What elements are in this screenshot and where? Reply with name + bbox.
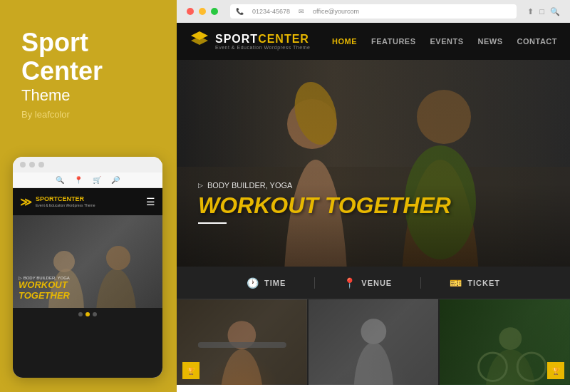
mobile-dots [13,157,162,172]
browser-dot-red[interactable] [187,8,194,15]
mobile-zoom-icon: 🔎 [111,176,120,184]
gallery-badge-1: 🏆 [182,362,200,379]
info-time[interactable]: 🕐 TIME [218,277,315,289]
gallery-item-1[interactable]: 🏆 [177,299,309,385]
gallery-item-3[interactable]: 🏆 [440,299,570,385]
by-line: By leafcolor [21,109,155,120]
share-icon[interactable]: ⬆ [527,7,534,16]
gallery-row: 🏆 [177,299,570,385]
ticket-label: TICKET [467,279,500,287]
mobile-dot-yellow [29,162,35,167]
phone-icon: 📞 [236,8,244,15]
svg-point-24 [499,327,522,350]
mobile-logo-subtitle: Event & Education Wordpress Theme [36,203,95,207]
info-ticket[interactable]: 🎫 TICKET [421,277,529,289]
nav-features[interactable]: FEATURES [371,37,415,46]
hero-title: WORKOUT TOGETHER [198,194,451,217]
mobile-logo-chevron-icon: ≫ [20,195,32,209]
mobile-hero-tag: ▷ BODY BUILDER, YOGA [19,275,70,280]
nav-news[interactable]: NEWS [478,37,503,46]
email-icon: ✉ [299,8,304,15]
nav-events[interactable]: EVENTS [430,37,464,46]
svg-point-3 [106,246,130,270]
mobile-cart-icon: 🛒 [93,176,101,184]
svg-point-1 [53,251,75,272]
venue-label: VENUE [361,279,392,287]
svg-marker-5 [191,36,208,45]
mobile-hero: ▷ BODY BUILDER, YOGA WORKOUT TOGETHER [13,215,162,308]
mobile-dot-red [20,162,26,167]
time-label: TIME [264,279,286,287]
mobile-header: ≫ SPORTCENTER Event & Education Wordpres… [13,188,162,215]
mobile-hero-text-overlay: ▷ BODY BUILDER, YOGA WORKOUT TOGETHER [19,275,70,301]
url-email: office@yourcom [313,8,359,15]
hero-divider [198,222,227,224]
site-logo-main: SPORTCENTER [215,33,310,45]
info-venue[interactable]: 📍 VENUE [315,277,421,289]
browser-search-icon[interactable]: 🔍 [550,7,560,16]
svg-point-2 [96,269,136,308]
browser-dot-yellow[interactable] [199,8,206,15]
mobile-nav-dot-3 [93,312,97,316]
url-phone: 01234-45678 [252,8,290,15]
nav-contact[interactable]: CONTACT [517,37,557,46]
nav-home[interactable]: HOME [332,37,357,46]
browser-mockup: 📞 01234-45678 ✉ office@yourcom ⬆ □ 🔍 [177,0,570,392]
mobile-hero-workout: WORKOUT TOGETHER [19,280,70,301]
browser-dot-green[interactable] [211,8,218,15]
site-nav: HOME FEATURES EVENTS NEWS CONTACT [332,37,557,46]
site-logo: SPORTCENTER Event & Education Wordpress … [190,30,310,53]
mobile-search-icon: 🔍 [56,176,64,184]
mobile-dots-nav [13,308,162,321]
site-logo-text: SPORTCENTER Event & Education Wordpress … [215,33,310,50]
info-bar: 🕐 TIME 📍 VENUE 🎫 TICKET [177,267,570,299]
website: SPORTCENTER Event & Education Wordpress … [177,23,570,392]
svg-point-21 [361,319,386,344]
time-icon: 🕐 [247,277,259,289]
mobile-content: ≫ SPORTCENTER Event & Education Wordpres… [13,188,162,378]
product-title: Sport Center Theme By leafcolor [21,29,155,120]
svg-rect-18 [198,342,286,348]
gallery-item-2[interactable] [309,299,440,385]
hero-tag: BODY BUILDER, YOGA [198,181,451,190]
browser-url-bar[interactable]: 📞 01234-45678 ✉ office@yourcom [230,4,517,19]
browser-actions: ⬆ □ 🔍 [527,7,560,16]
bookmark-icon[interactable]: □ [539,7,544,16]
browser-chrome: 📞 01234-45678 ✉ office@yourcom ⬆ □ 🔍 [177,0,570,23]
hero-content: BODY BUILDER, YOGA WORKOUT TOGETHER [198,181,451,224]
gallery-svg-2 [309,299,439,385]
site-hero: BODY BUILDER, YOGA WORKOUT TOGETHER [177,60,570,267]
site-header: SPORTCENTER Event & Education Wordpress … [177,23,570,60]
mobile-toolbar: 🔍 📍 🛒 🔎 [13,172,162,188]
site-logo-sub: Event & Education Wordpress Theme [215,45,310,50]
venue-icon: 📍 [343,277,356,289]
mobile-nav-dot-2 [86,312,90,316]
hero-gradient-overlay [177,60,570,267]
site-logo-chevron-icon [190,30,209,53]
mobile-nav-dot-1 [78,312,83,316]
title-main: Sport Center [21,29,155,85]
ticket-icon: 🎫 [450,277,462,289]
gallery-badge-3: 🏆 [547,362,564,379]
mobile-pin-icon: 📍 [74,176,83,184]
mobile-mockup: 🔍 📍 🛒 🔎 ≫ SPORTCENTER Event & Education … [13,157,162,378]
mobile-logo-text: SPORTCENTER [36,196,95,203]
mobile-hamburger-icon[interactable]: ☰ [146,196,155,207]
mobile-logo: ≫ SPORTCENTER Event & Education Wordpres… [20,195,95,209]
title-sub: Theme [21,86,155,105]
mobile-dot-green [38,162,44,167]
